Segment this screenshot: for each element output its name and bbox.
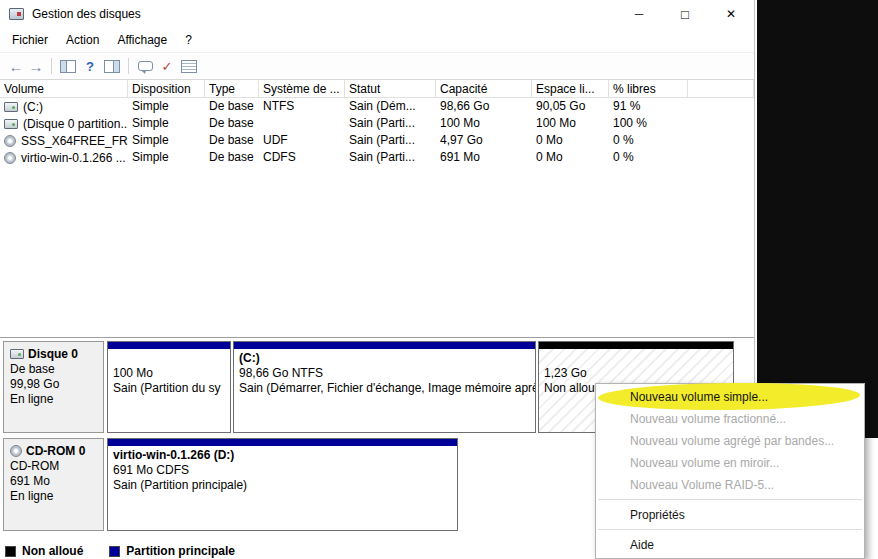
volume-row-virtio[interactable]: virtio-win-0.1.266 ... Simple De base CD… (0, 149, 754, 166)
volume-row-c[interactable]: (C:) Simple De base NTFS Sain (Dém... 98… (0, 98, 754, 115)
partition-label: virtio-win-0.1.266 (D:) (113, 448, 452, 463)
details-icon[interactable] (178, 56, 200, 76)
menu-item-new-simple-volume[interactable]: Nouveau volume simple... (596, 386, 864, 408)
drive-icon (4, 102, 18, 112)
menu-separator (598, 499, 862, 500)
cell-disposition: Simple (128, 98, 205, 115)
back-icon[interactable]: ← (6, 58, 26, 75)
cell-filesystem: UDF (259, 132, 345, 149)
menubar: Fichier Action Affichage ? (0, 28, 754, 52)
menu-item-label: Nouveau volume agrégé par bandes... (630, 434, 834, 448)
column-header-volume[interactable]: Volume (0, 80, 128, 97)
menu-item-new-striped-volume: Nouveau volume agrégé par bandes... (596, 430, 864, 452)
cd-icon (4, 135, 16, 147)
cell-filler (688, 132, 754, 149)
legend-item-primary: Partition principale (109, 544, 235, 558)
volume-name: (C:) (23, 100, 43, 114)
column-header-disposition[interactable]: Disposition (128, 80, 205, 97)
list-header: Volume Disposition Type Système de ... S… (0, 80, 754, 98)
cell-type: De base (205, 115, 259, 132)
desktop-black-area (757, 0, 878, 438)
menu-item-label: Nouveau Volume RAID-5... (630, 478, 774, 492)
cell-type: De base (205, 132, 259, 149)
partition-label (544, 351, 728, 366)
column-header-capacity[interactable]: Capacité (436, 80, 532, 97)
cell-filesystem (259, 115, 345, 132)
window-title: Gestion des disques (32, 7, 141, 21)
menu-item-label: Aide (630, 538, 654, 552)
disk-name: CD-ROM 0 (26, 443, 85, 459)
partition-color-bar (539, 342, 733, 349)
menu-item-new-raid5-volume: Nouveau Volume RAID-5... (596, 474, 864, 496)
partition-color-bar (108, 342, 230, 349)
cell-status: Sain (Dém... (345, 98, 436, 115)
partition-status: Sain (Partition principale) (113, 478, 452, 493)
legend-label: Non alloué (22, 544, 83, 558)
volume-row-system-partition[interactable]: (Disque 0 partition... Simple De base Sa… (0, 115, 754, 132)
partition-c[interactable]: (C:) 98,66 Go NTFS Sain (Démarrer, Fichi… (233, 341, 536, 433)
cell-freespace: 0 Mo (532, 149, 609, 166)
menu-fichier[interactable]: Fichier (3, 29, 57, 51)
maximize-button[interactable]: □ (662, 0, 708, 28)
toolbar: ← → ? ✓ (0, 52, 754, 80)
cell-capacity: 4,97 Go (436, 132, 532, 149)
menu-action[interactable]: Action (57, 29, 108, 51)
disk-type: CD-ROM (10, 459, 97, 474)
partition-label (113, 351, 225, 366)
menu-item-label: Nouveau volume simple... (630, 390, 768, 404)
disk-status: En ligne (10, 489, 97, 504)
cell-freespace: 100 Mo (532, 115, 609, 132)
partition-d-virtio[interactable]: virtio-win-0.1.266 (D:) 691 Mo CDFS Sain… (107, 438, 458, 531)
volume-row-sss-iso[interactable]: SSS_X64FREE_FR-F... Simple De base UDF S… (0, 132, 754, 149)
partition-size: 1,23 Go (544, 366, 728, 381)
menu-help[interactable]: ? (176, 29, 201, 51)
context-menu: Nouveau volume simple... Nouveau volume … (595, 383, 865, 559)
window-controls: ─ □ ✕ (616, 0, 754, 28)
disk-status: En ligne (10, 392, 97, 407)
cell-filler (688, 149, 754, 166)
cell-status: Sain (Parti... (345, 132, 436, 149)
partition-color-bar (234, 342, 535, 349)
menu-item-help[interactable]: Aide (596, 534, 864, 556)
column-header-freespace[interactable]: Espace li... (532, 80, 609, 97)
cell-freespace: 0 Mo (532, 132, 609, 149)
toolbar-separator (51, 58, 52, 74)
console-tree-icon[interactable] (57, 56, 79, 76)
legend-item-unallocated: Non alloué (5, 544, 83, 558)
help-icon[interactable]: ? (79, 56, 101, 76)
menu-separator (598, 529, 862, 530)
volume-name: (Disque 0 partition... (23, 117, 128, 131)
disk-size: 99,98 Go (10, 377, 97, 392)
column-header-filesystem[interactable]: Système de ... (259, 80, 345, 97)
volume-name: virtio-win-0.1.266 ... (21, 151, 126, 165)
legend-swatch-primary (109, 546, 120, 557)
column-header-type[interactable]: Type (205, 80, 259, 97)
partition-system-reserved[interactable]: 100 Mo Sain (Partition du sy (107, 341, 231, 433)
cell-disposition: Simple (128, 149, 205, 166)
partition-size: 100 Mo (113, 366, 225, 381)
menu-item-properties[interactable]: Propriétés (596, 504, 864, 526)
legend: Non alloué Partition principale (5, 544, 235, 558)
partition-color-bar (108, 439, 457, 446)
column-header-status[interactable]: Statut (345, 80, 436, 97)
cd-icon (4, 152, 16, 164)
titlebar: Gestion des disques ─ □ ✕ (0, 0, 754, 28)
partition-status: Sain (Démarrer, Fichier d'échange, Image… (239, 381, 530, 396)
disk-header-disque0[interactable]: Disque 0 De base 99,98 Go En ligne (3, 341, 104, 433)
disk-header-cdrom0[interactable]: CD-ROM 0 CD-ROM 691 Mo En ligne (3, 438, 104, 531)
menu-item-new-mirrored-volume: Nouveau volume en miroir... (596, 452, 864, 474)
check-icon[interactable]: ✓ (156, 56, 178, 76)
callout-icon[interactable] (134, 56, 156, 76)
action-pane-icon[interactable] (101, 56, 123, 76)
minimize-icon: ─ (635, 7, 644, 21)
menu-item-label: Propriétés (630, 508, 685, 522)
cell-status: Sain (Parti... (345, 149, 436, 166)
app-icon (9, 8, 24, 20)
forward-icon[interactable]: → (26, 58, 46, 75)
column-header-filler (688, 80, 754, 97)
minimize-button[interactable]: ─ (616, 0, 662, 28)
column-header-freepct[interactable]: % libres (609, 80, 688, 97)
menu-affichage[interactable]: Affichage (108, 29, 176, 51)
close-button[interactable]: ✕ (708, 0, 754, 28)
disk-size: 691 Mo (10, 474, 97, 489)
